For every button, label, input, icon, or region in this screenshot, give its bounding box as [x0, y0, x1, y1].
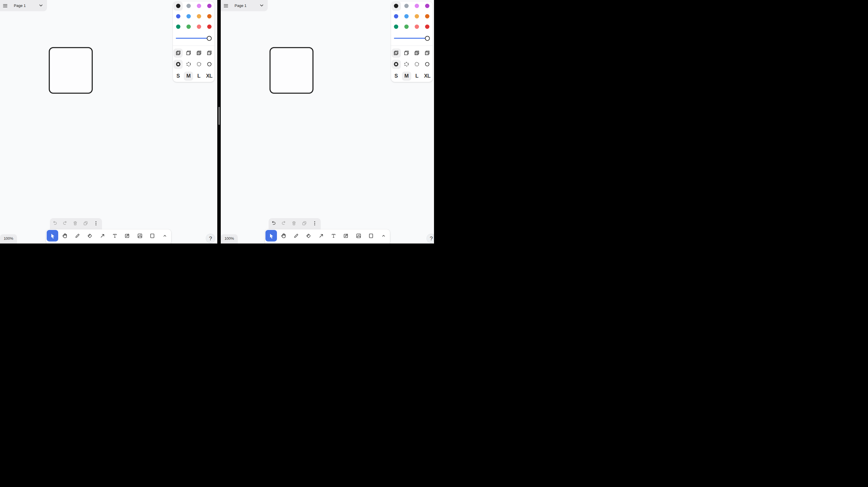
- redo-button-redo[interactable]: [61, 219, 69, 228]
- tool-select-select[interactable]: [266, 230, 277, 241]
- size-button-large[interactable]: L: [194, 71, 204, 81]
- size-button-medium[interactable]: M: [402, 71, 411, 81]
- main-menu-button[interactable]: [2, 2, 9, 9]
- color-swatch-red[interactable]: [205, 22, 214, 31]
- tool-rectangle-rectangle[interactable]: [147, 230, 158, 241]
- fill-style-button-pattern[interactable]: [423, 49, 432, 58]
- chevron-down-icon: [39, 4, 43, 7]
- color-swatch-black[interactable]: [392, 1, 401, 11]
- color-swatch-yellow[interactable]: [194, 12, 204, 21]
- size-button-large[interactable]: L: [412, 71, 422, 81]
- size-button-small[interactable]: S: [392, 71, 401, 81]
- select-cursor-icon: [268, 233, 274, 239]
- color-swatch-light-red[interactable]: [412, 22, 422, 31]
- duplicate-button-duplicate[interactable]: [81, 219, 90, 228]
- undo-button-undo[interactable]: [269, 219, 278, 228]
- color-swatch-green[interactable]: [392, 22, 401, 31]
- tool-draw-draw[interactable]: [72, 230, 83, 241]
- delete-button-delete[interactable]: [290, 219, 299, 228]
- opacity-slider[interactable]: [173, 35, 214, 41]
- dash-style-button-dashed[interactable]: [184, 60, 193, 69]
- help-button[interactable]: ?: [206, 234, 215, 243]
- tool-note-note[interactable]: [122, 230, 133, 241]
- opacity-slider[interactable]: [391, 35, 433, 41]
- size-button-small[interactable]: S: [174, 71, 183, 81]
- color-swatch-light-violet[interactable]: [194, 1, 204, 11]
- dash-style-button-draw[interactable]: [392, 60, 401, 69]
- tool-arrow-arrow[interactable]: [97, 230, 108, 241]
- color-swatch-red[interactable]: [423, 22, 432, 31]
- size-button-xlarge[interactable]: XL: [423, 71, 432, 81]
- dash-style-button-solid[interactable]: [205, 60, 214, 69]
- delete-button-delete[interactable]: [71, 219, 80, 228]
- color-swatch-light-red[interactable]: [194, 22, 204, 31]
- tool-text-text[interactable]: [328, 230, 339, 241]
- tool-hand-hand[interactable]: [59, 230, 71, 241]
- tool-eraser-eraser[interactable]: [303, 230, 314, 241]
- color-swatch-blue[interactable]: [174, 12, 183, 21]
- color-swatch-light-blue[interactable]: [184, 12, 193, 21]
- dash-style-button-dotted[interactable]: [412, 60, 422, 69]
- undo-button-undo[interactable]: [51, 219, 59, 228]
- tool-rectangle-rectangle[interactable]: [365, 230, 377, 241]
- shape-rectangle[interactable]: [48, 47, 93, 94]
- help-button[interactable]: ?: [427, 234, 434, 243]
- tool-hand-hand[interactable]: [278, 230, 289, 241]
- color-swatch-light-violet[interactable]: [412, 1, 422, 11]
- tool-more-tools-more-tools[interactable]: [378, 230, 389, 241]
- opacity-slider-knob[interactable]: [207, 36, 212, 41]
- tool-asset-asset[interactable]: [134, 230, 146, 241]
- fill-style-button-pattern[interactable]: [205, 49, 214, 58]
- color-swatch-light-blue[interactable]: [402, 12, 411, 21]
- color-dot: [207, 25, 212, 29]
- tool-draw-draw[interactable]: [290, 230, 302, 241]
- color-swatch-orange[interactable]: [205, 12, 214, 21]
- tool-asset-asset[interactable]: [353, 230, 364, 241]
- dash-style-button-dashed[interactable]: [402, 60, 411, 69]
- style-panel: S M L XL: [173, 1, 214, 82]
- duplicate-button-duplicate[interactable]: [300, 219, 309, 228]
- dash-style-button-draw[interactable]: [174, 60, 183, 69]
- shape-rectangle[interactable]: [269, 47, 314, 94]
- color-swatch-yellow[interactable]: [412, 12, 422, 21]
- fill-style-button-solid[interactable]: [412, 49, 422, 58]
- page-menu-trigger[interactable]: Page 1: [11, 1, 45, 11]
- tool-text-text[interactable]: [109, 230, 121, 241]
- color-swatch-grey[interactable]: [184, 1, 193, 11]
- more-menu-button-menu[interactable]: [92, 219, 100, 228]
- dash-style-button-dotted[interactable]: [194, 60, 204, 69]
- tool-more-tools-more-tools[interactable]: [159, 230, 170, 241]
- fill-style-button-semi[interactable]: [402, 49, 411, 58]
- color-swatch-light-green[interactable]: [402, 22, 411, 31]
- size-button-xlarge[interactable]: XL: [205, 71, 214, 81]
- color-swatch-light-green[interactable]: [184, 22, 193, 31]
- fill-style-button-solid[interactable]: [194, 49, 204, 58]
- color-swatch-grey[interactable]: [402, 1, 411, 11]
- color-swatch-violet[interactable]: [423, 1, 432, 11]
- rectangle-icon: [368, 233, 374, 239]
- size-button-medium[interactable]: M: [184, 71, 193, 81]
- color-swatch-blue[interactable]: [392, 12, 401, 21]
- canvas-panel[interactable]: Page 1: [0, 0, 217, 244]
- color-swatch-green[interactable]: [174, 22, 183, 31]
- zoom-indicator[interactable]: 100%: [0, 234, 17, 244]
- main-menu-button[interactable]: [223, 2, 230, 9]
- page-menu-trigger[interactable]: Page 1: [232, 1, 266, 11]
- fill-style-button-semi[interactable]: [184, 49, 193, 58]
- tool-arrow-arrow[interactable]: [315, 230, 327, 241]
- opacity-slider-knob[interactable]: [425, 36, 430, 41]
- more-menu-button-menu[interactable]: [310, 219, 319, 228]
- color-swatch-violet[interactable]: [205, 1, 214, 11]
- color-swatch-black[interactable]: [174, 1, 183, 11]
- fill-style-button-none[interactable]: [174, 49, 183, 58]
- tool-eraser-eraser[interactable]: [84, 230, 96, 241]
- tool-note-note[interactable]: [340, 230, 352, 241]
- tool-select-select[interactable]: [47, 230, 58, 241]
- divider-drag-handle[interactable]: [218, 107, 220, 125]
- color-swatch-orange[interactable]: [423, 12, 432, 21]
- zoom-indicator[interactable]: 100%: [221, 234, 238, 244]
- redo-button-redo[interactable]: [280, 219, 288, 228]
- fill-style-button-none[interactable]: [392, 49, 401, 58]
- canvas-panel[interactable]: Page 1: [221, 0, 434, 244]
- dash-style-button-solid[interactable]: [423, 60, 432, 69]
